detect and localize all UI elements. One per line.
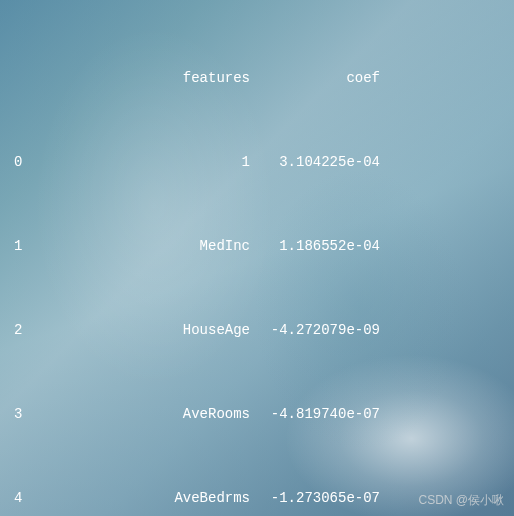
table-row: 2HouseAge-4.272079e-09 <box>14 316 500 344</box>
watermark: CSDN @侯小啾 <box>418 488 504 512</box>
table-row: 1MedInc1.186552e-04 <box>14 232 500 260</box>
col-features: features <box>50 64 250 92</box>
table-header: featurescoef <box>14 64 500 92</box>
console-output: featurescoef 013.104225e-04 1MedInc1.186… <box>0 0 514 516</box>
table-row: 013.104225e-04 <box>14 148 500 176</box>
col-coef: coef <box>250 64 380 92</box>
table-row: 3AveRooms-4.819740e-07 <box>14 400 500 428</box>
